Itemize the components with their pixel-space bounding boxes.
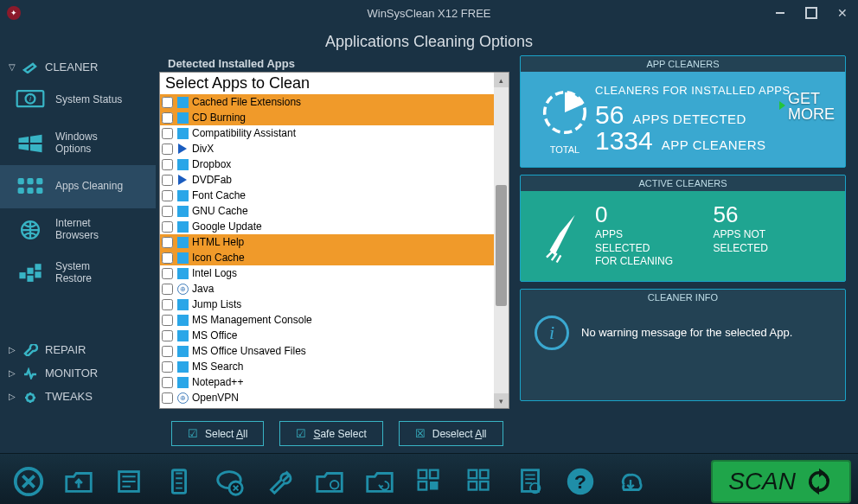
app-row[interactable]: CD Burning [160,110,494,125]
app-row[interactable]: MS Office Unsaved Files [160,343,494,359]
memory-icon[interactable] [157,463,201,501]
app-checkbox[interactable] [162,268,173,279]
app-row[interactable]: MS Management Console [160,312,494,328]
scan-button[interactable]: SCAN [711,460,851,503]
win-icon [176,298,189,310]
app-row[interactable]: Font Cache [160,188,494,203]
cloud-download-icon[interactable] [609,463,652,501]
app-row[interactable]: Compatibility Assistant [160,125,494,141]
minimize-button[interactable] [765,0,796,26]
get-more-button[interactable]: GET MORE [788,91,835,122]
app-cleaners-count: 1334 [595,128,653,154]
sidebar-item-label: Apps Cleaning [55,181,123,193]
app-row[interactable]: MS Office [160,328,494,343]
app-checkbox[interactable] [162,252,173,264]
sidebar-category-tweaks[interactable]: ▷TWEAKS [0,385,156,408]
close-button[interactable] [827,0,858,26]
svg-rect-26 [430,482,439,490]
svg-rect-23 [419,469,427,478]
app-row[interactable]: Google Update [160,219,494,234]
sidebar-category-monitor[interactable]: ▷MONITOR [0,361,156,385]
app-row[interactable]: HTML Help [160,234,494,250]
app-row[interactable]: Dropbox [160,156,494,172]
report-icon[interactable] [509,463,552,501]
sidebar-item-windows-options[interactable]: Windows Options [0,122,156,165]
chevron-right-icon: ▷ [9,392,16,401]
bottom-toolbar: ? SCAN [0,453,858,504]
app-checkbox[interactable] [162,284,173,295]
info-message: No warning message for the selected App. [581,326,792,339]
pulse-icon [22,367,38,380]
app-row[interactable]: Intel Logs [160,265,494,281]
folder-up-icon[interactable] [57,463,100,501]
app-checkbox[interactable] [162,221,173,233]
app-checkbox[interactable] [162,175,173,186]
cancel-icon[interactable] [7,463,50,501]
app-row[interactable]: GNU Cache [160,203,494,219]
app-row[interactable]: Notepad++ [160,374,494,390]
app-checkbox[interactable] [162,97,173,108]
app-row[interactable]: Icon Cache [160,250,494,265]
app-cleaners-label: APP CLEANERS [662,137,766,152]
registry-icon[interactable] [107,463,150,501]
detected-apps-header: Detected Installed Apps [159,55,509,72]
deselect-all-button[interactable]: ☒Deselect All [399,421,503,446]
app-checkbox[interactable] [162,330,173,341]
scan-label: SCAN [728,468,796,495]
sidebar-item-system-status[interactable]: i System Status [0,79,156,122]
svg-point-15 [27,394,34,401]
safe-select-button[interactable]: ☑Safe Select [279,421,382,446]
app-checkbox[interactable] [162,237,173,248]
app-checkbox[interactable] [162,190,173,201]
app-row[interactable]: DivX [160,141,494,156]
apps-grid-icon[interactable] [458,463,502,501]
app-row[interactable]: Jump Lists [160,297,494,312]
apps-save-icon[interactable] [408,463,451,501]
app-checkbox[interactable] [162,206,173,217]
sidebar-item-system-restore[interactable]: System Restore [0,252,156,295]
app-checkbox[interactable] [162,392,173,404]
sidebar-category-cleaner[interactable]: ▽ CLEANER [0,55,156,79]
app-checkbox[interactable] [162,361,173,373]
apps-panel: Detected Installed Apps Select Apps to C… [156,55,516,453]
svg-rect-27 [469,469,477,478]
app-checkbox[interactable] [162,128,173,139]
svg-rect-13 [35,264,41,270]
app-checkbox[interactable] [162,315,173,326]
app-row[interactable]: ⊕Java [160,281,494,297]
globe-icon [14,217,47,243]
scroll-up-button[interactable]: ▴ [494,73,509,87]
apps-listbox[interactable]: Select Apps to Clean Cached File Extensi… [159,72,509,409]
app-checkbox[interactable] [162,299,173,310]
app-checkbox[interactable] [162,159,173,170]
tools-icon[interactable] [258,463,301,501]
maximize-button[interactable] [796,0,827,26]
restore-icon [14,260,47,286]
sidebar-item-internet-browsers[interactable]: Internet Browsers [0,208,156,252]
app-row[interactable]: DVDFab [160,172,494,188]
svg-rect-28 [480,469,489,478]
folder-settings-icon[interactable] [308,463,351,501]
app-checkbox[interactable] [162,144,173,155]
scrollbar[interactable]: ▴ ▾ [494,73,509,408]
scroll-down-button[interactable]: ▾ [494,393,509,408]
app-row[interactable]: MS Search [160,359,494,374]
scroll-thumb[interactable] [496,185,507,306]
app-name: Intel Logs [192,267,237,279]
app-row[interactable]: ⊕OpenVPN [160,390,494,405]
sidebar-category-label: REPAIR [45,343,86,356]
sidebar-category-repair[interactable]: ▷REPAIR [0,338,156,361]
app-checkbox[interactable] [162,112,173,124]
svg-rect-6 [18,188,24,194]
folder-restore-icon[interactable] [358,463,401,501]
app-row[interactable]: Cached File Extensions [160,94,494,110]
refresh-icon [804,467,834,496]
windows-icon [14,131,47,156]
select-all-button[interactable]: ☑Select All [171,421,264,446]
sidebar-item-apps-cleaning[interactable]: Apps Cleaning [0,165,156,208]
window-title: WinSysClean X12 FREE [367,7,490,20]
app-checkbox[interactable] [162,346,173,357]
app-checkbox[interactable] [162,377,173,388]
help-icon[interactable]: ? [559,463,602,501]
disk-cancel-icon[interactable] [208,463,251,501]
